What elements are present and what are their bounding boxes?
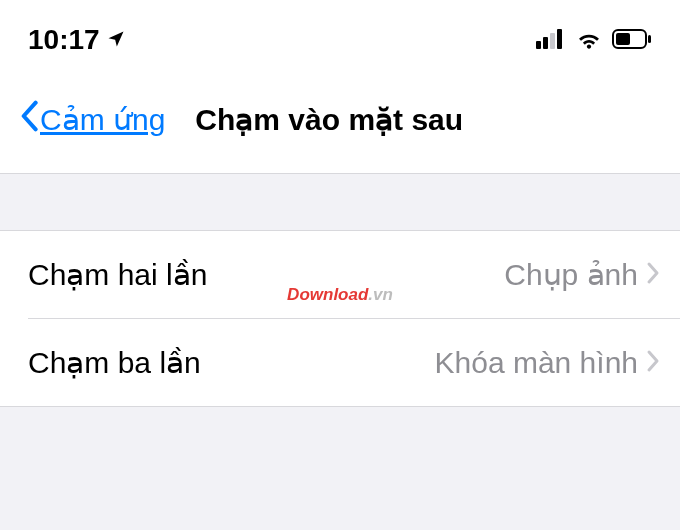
svg-rect-3 bbox=[557, 29, 562, 49]
triple-tap-label: Chạm ba lần bbox=[28, 345, 201, 380]
triple-tap-value: Khóa màn hình bbox=[435, 346, 638, 380]
svg-rect-0 bbox=[536, 41, 541, 49]
page-title: Chạm vào mặt sau bbox=[195, 102, 463, 137]
status-right bbox=[536, 24, 652, 56]
chevron-right-icon bbox=[646, 261, 660, 289]
status-time: 10:17 bbox=[28, 24, 100, 56]
svg-rect-6 bbox=[648, 35, 651, 43]
double-tap-value: Chụp ảnh bbox=[504, 257, 638, 292]
svg-rect-5 bbox=[616, 33, 630, 45]
nav-header: Cảm ứng Chạm vào mặt sau bbox=[0, 74, 680, 173]
status-bar: 10:17 bbox=[0, 0, 680, 74]
wifi-icon bbox=[576, 24, 602, 56]
chevron-right-icon bbox=[646, 349, 660, 377]
double-tap-label: Chạm hai lần bbox=[28, 257, 207, 292]
status-left: 10:17 bbox=[28, 24, 126, 56]
back-button[interactable]: Cảm ứng bbox=[18, 100, 165, 139]
row-right: Khóa màn hình bbox=[435, 346, 660, 380]
triple-tap-row[interactable]: Chạm ba lần Khóa màn hình bbox=[0, 319, 680, 406]
svg-rect-1 bbox=[543, 37, 548, 49]
back-label: Cảm ứng bbox=[40, 102, 165, 137]
location-arrow-icon bbox=[106, 24, 126, 56]
battery-icon bbox=[612, 24, 652, 56]
cellular-signal-icon bbox=[536, 24, 566, 56]
double-tap-row[interactable]: Chạm hai lần Chụp ảnh bbox=[0, 231, 680, 318]
chevron-left-icon bbox=[18, 100, 40, 139]
svg-rect-2 bbox=[550, 33, 555, 49]
section-gap-top bbox=[0, 173, 680, 231]
settings-list: Chạm hai lần Chụp ảnh Chạm ba lần Khóa m… bbox=[0, 231, 680, 406]
row-right: Chụp ảnh bbox=[504, 257, 660, 292]
section-gap-bottom bbox=[0, 406, 680, 530]
